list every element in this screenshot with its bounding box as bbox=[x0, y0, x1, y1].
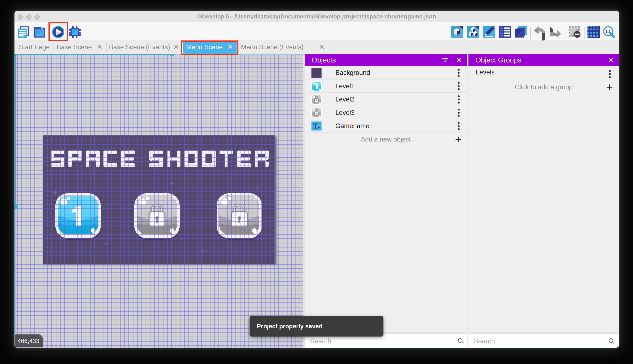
svg-text:x: x bbox=[318, 126, 320, 130]
svg-text:T: T bbox=[313, 122, 318, 130]
svg-text:1:1: 1:1 bbox=[605, 30, 611, 34]
